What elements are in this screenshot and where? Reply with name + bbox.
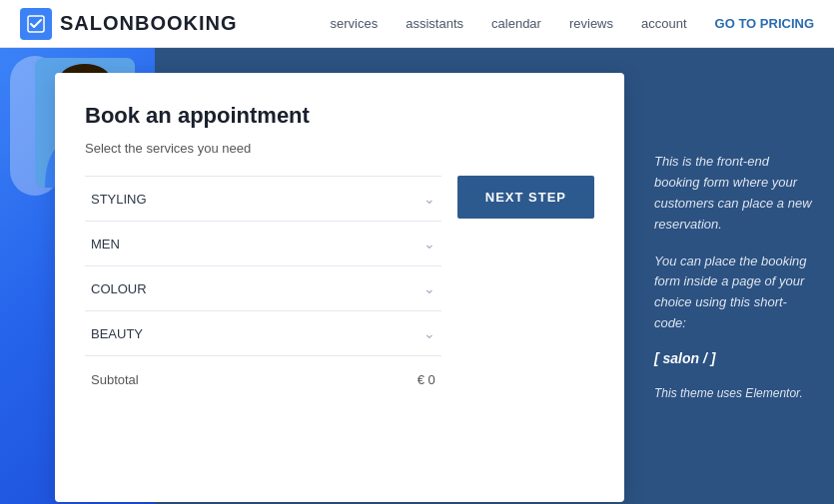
header: SALONBOOKING services assistants calenda… — [0, 0, 834, 48]
booking-form-container: Book an appointment Select the services … — [55, 73, 624, 502]
next-step-button[interactable]: NEXT STEP — [457, 176, 594, 219]
logo-icon — [20, 8, 52, 40]
sidebar-info-2: You can place the booking form inside a … — [654, 252, 814, 334]
nav-assistants[interactable]: assistants — [406, 16, 463, 31]
form-subtitle: Select the services you need — [85, 141, 594, 156]
chevron-icon-colour: ⌄ — [423, 280, 435, 296]
nav: services assistants calendar reviews acc… — [331, 16, 814, 31]
form-title: Book an appointment — [85, 103, 594, 129]
form-row: STYLING ⌄ MEN ⌄ COLOUR ⌄ BEAUTY ⌄ Subtot… — [85, 176, 594, 387]
service-label-colour: COLOUR — [91, 281, 147, 296]
subtotal-value: € 0 — [417, 372, 435, 387]
logo-text: SALONBOOKING — [60, 12, 238, 35]
sidebar-info-1: This is the front-end booking form where… — [654, 152, 814, 235]
service-item-men[interactable]: MEN ⌄ — [85, 222, 441, 266]
chevron-icon-men: ⌄ — [423, 236, 435, 252]
chevron-icon-beauty: ⌄ — [423, 325, 435, 341]
sidebar-elementor-note: This theme uses Elementor. — [654, 386, 814, 400]
go-to-pricing-link[interactable]: GO TO PRICING — [715, 16, 814, 31]
subtotal-label: Subtotal — [91, 372, 139, 387]
services-list: STYLING ⌄ MEN ⌄ COLOUR ⌄ BEAUTY ⌄ Subtot… — [85, 176, 441, 387]
service-label-beauty: BEAUTY — [91, 326, 143, 341]
nav-calendar[interactable]: calendar — [491, 16, 541, 31]
service-item-styling[interactable]: STYLING ⌄ — [85, 176, 441, 222]
service-label-men: MEN — [91, 237, 120, 252]
subtotal-row: Subtotal € 0 — [85, 356, 441, 387]
content-area: Book an appointment Select the services … — [0, 48, 834, 504]
service-item-beauty[interactable]: BEAUTY ⌄ — [85, 311, 441, 356]
service-label-styling: STYLING — [91, 192, 147, 207]
right-sidebar: This is the front-end booking form where… — [634, 48, 834, 504]
chevron-icon-styling: ⌄ — [423, 191, 435, 207]
logo-area: SALONBOOKING — [20, 8, 238, 40]
sidebar-shortcode: [ salon / ] — [654, 350, 814, 366]
nav-reviews[interactable]: reviews — [569, 16, 613, 31]
nav-services[interactable]: services — [331, 16, 379, 31]
service-item-colour[interactable]: COLOUR ⌄ — [85, 266, 441, 311]
nav-account[interactable]: account — [641, 16, 687, 31]
